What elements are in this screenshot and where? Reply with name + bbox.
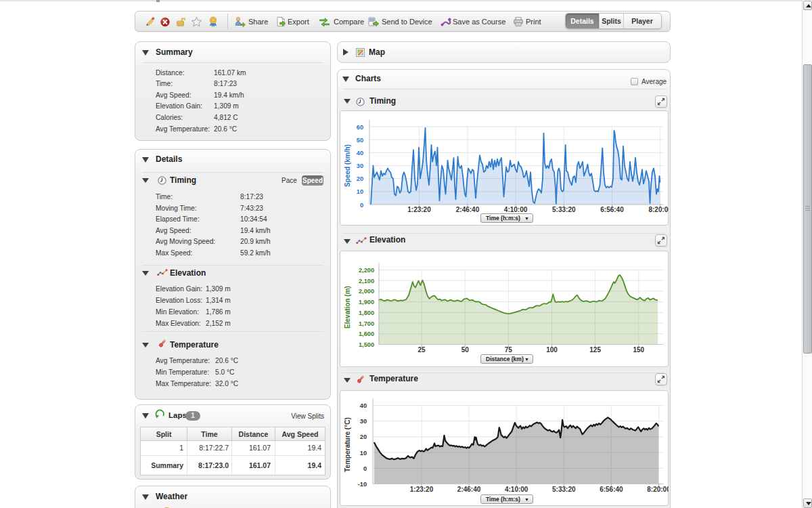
svg-text:Temperature (°C): Temperature (°C) [344, 417, 351, 472]
svg-text:20: 20 [360, 433, 367, 440]
svg-text:10: 10 [360, 450, 367, 457]
svg-text:1:23:20: 1:23:20 [407, 206, 431, 213]
svg-text:1,500: 1,500 [359, 341, 374, 348]
svg-text:1,900: 1,900 [359, 299, 374, 305]
svg-text:1,600: 1,600 [359, 331, 374, 337]
svg-text:4:10:00: 4:10:00 [505, 486, 528, 493]
svg-text:0: 0 [363, 465, 367, 472]
svg-text:50: 50 [357, 137, 363, 144]
svg-text:40: 40 [360, 402, 367, 409]
svg-text:0: 0 [360, 202, 363, 209]
svg-text:75: 75 [505, 346, 513, 354]
svg-text:10: 10 [357, 188, 363, 195]
svg-text:40: 40 [357, 150, 363, 156]
svg-text:2,000: 2,000 [359, 288, 374, 295]
svg-text:1:23:20: 1:23:20 [410, 486, 434, 493]
svg-text:-10: -10 [358, 481, 367, 488]
svg-text:1,800: 1,800 [359, 310, 374, 316]
svg-text:30: 30 [360, 418, 367, 425]
svg-text:2:46:40: 2:46:40 [456, 206, 480, 213]
svg-text:100: 100 [546, 346, 558, 354]
svg-text:Elevation (m): Elevation (m) [344, 286, 351, 329]
svg-text:6:56:40: 6:56:40 [600, 206, 624, 213]
svg-text:20: 20 [357, 175, 363, 182]
svg-text:2,200: 2,200 [359, 267, 374, 274]
svg-text:125: 125 [589, 346, 601, 354]
svg-text:30: 30 [357, 163, 363, 169]
svg-text:2,100: 2,100 [359, 278, 374, 284]
svg-text:8:20:00: 8:20:00 [647, 486, 669, 493]
svg-text:5:33:20: 5:33:20 [552, 486, 576, 493]
svg-text:60: 60 [357, 124, 363, 131]
svg-text:50: 50 [461, 346, 470, 354]
svg-text:8:20:00: 8:20:00 [648, 206, 669, 213]
svg-text:4:10:00: 4:10:00 [504, 206, 528, 213]
svg-text:150: 150 [633, 346, 644, 354]
svg-text:Speed (km/h): Speed (km/h) [344, 144, 351, 187]
svg-text:6:56:40: 6:56:40 [600, 486, 623, 493]
svg-text:25: 25 [418, 346, 426, 354]
svg-text:2:46:40: 2:46:40 [457, 486, 481, 493]
svg-text:5:33:20: 5:33:20 [552, 206, 576, 213]
svg-text:1,700: 1,700 [359, 320, 374, 327]
